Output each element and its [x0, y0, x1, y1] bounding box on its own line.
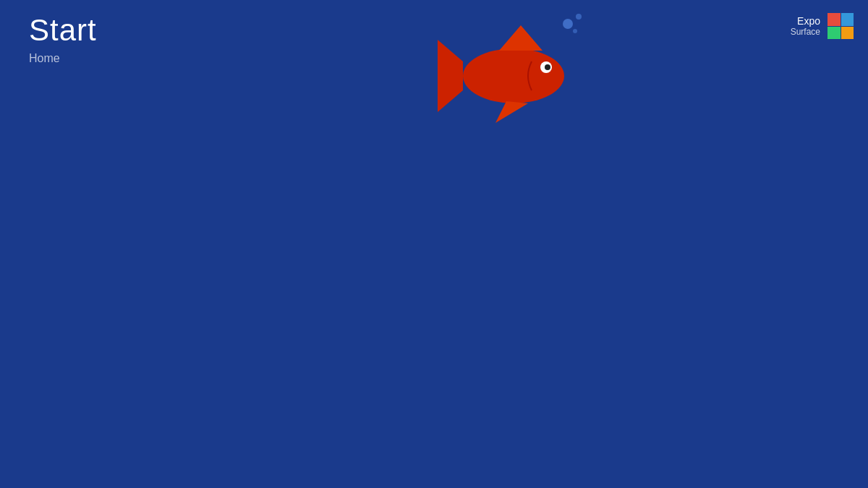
page-title: Start	[29, 13, 839, 48]
user-device: Surface	[791, 27, 820, 37]
header: Start Home	[0, 0, 868, 65]
avatar-cell-3	[827, 27, 841, 40]
fish-eye-pupil	[545, 64, 550, 70]
avatar[interactable]	[827, 13, 854, 39]
avatar-cell-4	[841, 27, 854, 40]
avatar-cell-2	[841, 13, 854, 26]
user-area[interactable]: Expo Surface	[791, 13, 854, 39]
user-name: Expo	[791, 15, 820, 27]
user-info: Expo Surface	[791, 15, 820, 37]
fish-bottom-fin	[495, 101, 528, 123]
avatar-cell-1	[827, 13, 841, 26]
section-label: Home	[29, 52, 839, 65]
fish-gill	[528, 61, 532, 90]
tiles-container	[29, 155, 839, 358]
